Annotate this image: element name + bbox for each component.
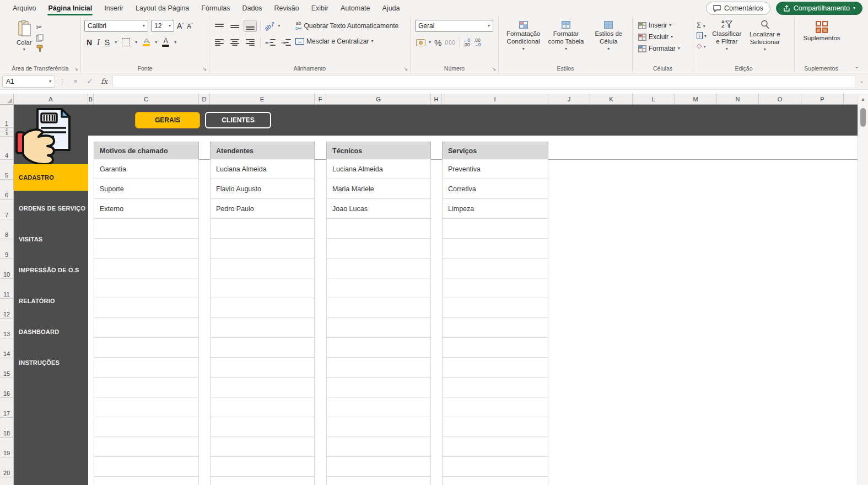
sidebar-item-instru-es[interactable]: INSTRUÇÕES <box>14 349 88 376</box>
collapse-ribbon-icon[interactable]: ⌄ <box>855 63 859 69</box>
table-cell[interactable]: Limpeza <box>443 199 548 219</box>
table-cell[interactable] <box>211 417 314 437</box>
table-cell[interactable] <box>327 239 430 258</box>
table-cell[interactable] <box>327 378 430 397</box>
menu-tab-layout-da-página[interactable]: Layout da Página <box>130 0 195 17</box>
sidebar-item-dashboard[interactable]: DASHBOARD <box>14 319 88 345</box>
nav-button-clientes[interactable]: CLIENTES <box>205 112 271 128</box>
row-header-7[interactable]: 7 <box>0 200 13 219</box>
table-cell[interactable] <box>327 338 430 358</box>
table-cell[interactable] <box>94 397 198 417</box>
table-cell[interactable] <box>327 457 430 477</box>
alignment-dialog-launcher-icon[interactable]: ↘ <box>403 66 408 72</box>
table-cell[interactable] <box>327 278 430 298</box>
table-cell[interactable] <box>211 397 314 417</box>
table-cell[interactable] <box>443 457 548 477</box>
sidebar-item-visitas[interactable]: VISITAS <box>14 226 88 252</box>
table-cell[interactable]: Preventiva <box>443 159 548 179</box>
name-box[interactable]: A1 ▾ <box>2 76 55 88</box>
align-top-icon[interactable] <box>213 20 226 32</box>
row-header-13[interactable]: 13 <box>0 319 13 338</box>
scrollbar-thumb[interactable] <box>860 108 866 127</box>
styles-button-1[interactable]: Formatar como Tabela▾ <box>545 21 587 51</box>
accounting-format-icon[interactable] <box>416 39 425 46</box>
table-cell[interactable]: Corretiva <box>443 179 548 199</box>
row-header-2[interactable]: 2 <box>0 128 13 132</box>
orientation-chevron-icon[interactable]: ▾ <box>278 24 280 28</box>
column-header-O[interactable]: O <box>759 94 801 104</box>
column-header-A[interactable]: A <box>14 94 88 104</box>
row-header-15[interactable]: 15 <box>0 358 13 378</box>
table-header-cell[interactable]: Atendentes <box>210 142 315 159</box>
format-painter-icon[interactable] <box>36 45 44 52</box>
row-header-9[interactable]: 9 <box>0 239 13 259</box>
table-cell[interactable] <box>443 358 548 378</box>
table-cell[interactable] <box>211 338 314 358</box>
borders-chevron-icon[interactable]: ▾ <box>135 40 137 45</box>
row-header-4[interactable]: 4 <box>0 137 13 160</box>
table-header-cell[interactable]: Motivos de chamado <box>94 142 199 159</box>
fill-button[interactable]: ↓ ▾ <box>697 33 707 39</box>
font-family-select[interactable]: Calibri▾ <box>84 20 148 32</box>
table-cell[interactable] <box>327 477 430 485</box>
table-cell[interactable] <box>443 397 548 417</box>
increase-font-icon[interactable]: A^ <box>177 21 184 30</box>
percent-style-button[interactable]: % <box>434 38 441 47</box>
autosum-button[interactable]: Σ ▾ <box>697 21 707 29</box>
bold-button[interactable]: N <box>87 38 92 47</box>
table-cell[interactable] <box>94 358 198 378</box>
align-right-icon[interactable] <box>244 36 257 48</box>
sidebar-item-ordens-de-servi-o[interactable]: ORDENS DE SERVIÇO <box>14 195 88 222</box>
increase-indent-icon[interactable]: ⇥ <box>279 36 293 48</box>
copy-icon[interactable] <box>36 34 44 42</box>
table-cell[interactable] <box>94 338 198 358</box>
table-cell[interactable] <box>443 298 548 318</box>
column-header-K[interactable]: K <box>590 94 633 104</box>
menu-tab-página-inicial[interactable]: Página Inicial <box>42 0 98 17</box>
table-cell[interactable] <box>327 358 430 378</box>
row-header-1[interactable]: 1 <box>0 105 13 128</box>
underline-chevron-icon[interactable]: ▾ <box>115 40 117 45</box>
table-cell[interactable]: Flavio Augusto <box>211 179 314 199</box>
find-select-button[interactable]: Localizar e Selecionar ▾ <box>747 20 783 52</box>
column-header-N[interactable]: N <box>717 94 759 104</box>
table-cell[interactable] <box>94 477 198 485</box>
column-header-H[interactable]: H <box>431 94 442 104</box>
table-cell[interactable]: Luciana Almeida <box>327 159 430 179</box>
column-header-L[interactable]: L <box>633 94 675 104</box>
number-format-select[interactable]: Geral▾ <box>415 20 493 32</box>
sort-filter-button[interactable]: AZ Classificar e Filtrar ▾ <box>710 20 744 52</box>
sidebar-item-relat-rio[interactable]: RELATÓRIO <box>14 288 88 314</box>
table-cell[interactable] <box>443 219 548 239</box>
borders-icon[interactable] <box>122 38 130 46</box>
row-header-11[interactable]: 11 <box>0 279 13 299</box>
comma-style-button[interactable]: 000 <box>445 40 456 46</box>
table-cell[interactable] <box>443 477 548 485</box>
table-cell[interactable] <box>94 378 198 397</box>
table-cell[interactable] <box>211 477 314 485</box>
column-header-J[interactable]: J <box>548 94 590 104</box>
table-cell[interactable] <box>327 318 430 338</box>
styles-button-2[interactable]: Estilos de Célula▾ <box>587 21 629 51</box>
cut-icon[interactable]: ✂ <box>36 23 44 31</box>
table-cell[interactable] <box>327 298 430 318</box>
clipboard-dialog-launcher-icon[interactable]: ↘ <box>74 66 78 72</box>
menu-tab-dados[interactable]: Dados <box>236 0 268 17</box>
share-button[interactable]: Compartilhamento ▾ <box>776 2 862 15</box>
table-cell[interactable] <box>211 298 314 318</box>
table-cell[interactable] <box>211 278 314 298</box>
table-cell[interactable] <box>211 219 314 239</box>
formula-input[interactable] <box>112 75 855 88</box>
comments-button[interactable]: Comentários <box>706 2 770 15</box>
paste-button[interactable]: Colar ▾ <box>17 20 31 52</box>
table-cell[interactable]: Garantia <box>94 159 198 179</box>
table-cell[interactable] <box>211 378 314 397</box>
vertical-scrollbar[interactable]: ▲ <box>858 94 868 485</box>
menu-tab-fórmulas[interactable]: Fórmulas <box>195 0 236 17</box>
table-header-cell[interactable]: Serviços <box>442 142 548 159</box>
table-cell[interactable] <box>327 397 430 417</box>
row-header-16[interactable]: 16 <box>0 378 13 398</box>
cells-button-inserir[interactable]: Inserir▾ <box>638 21 691 29</box>
menu-tab-inserir[interactable]: Inserir <box>98 0 130 17</box>
table-cell[interactable] <box>94 278 198 298</box>
